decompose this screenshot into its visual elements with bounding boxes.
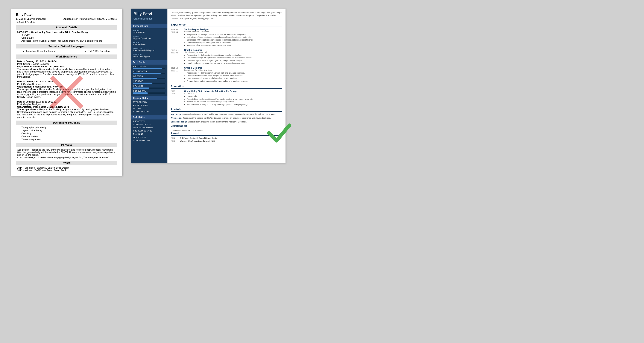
design-skill-item: PRINT DESIGN: [131, 104, 168, 107]
award-entries: 2014 3rd Place: Saatchi & Saatchi Logo D…: [171, 137, 282, 142]
soft-skill-item: LEADERSHIP: [131, 136, 168, 139]
left-contact-row: E-Mail: billypatvi@gmail.com Address: 13…: [16, 17, 117, 20]
exp-content: Senior Graphic Designer Senna Kenno Inc.…: [184, 28, 282, 47]
sidebar-title: Graphic Designer: [134, 17, 165, 20]
sidebar-name-block: Billy Patvi Graphic Designer: [131, 8, 168, 22]
skill-bar-item: PHOTOSHOP: [131, 64, 168, 69]
skill-bar-item: ILLUSTRATOR: [131, 69, 168, 74]
main-container: Billy Patvi E-Mail: billypatvi@gmail.com…: [11, 8, 311, 176]
list-item: Increased client transactions by an aver…: [187, 44, 282, 47]
list-item: 3,5 GPA: [22, 33, 116, 36]
experience-entry: 2013-01 -2015-02 Graphic Designer Shibul…: [171, 49, 282, 64]
soft-skill-item: COMMUNICATION: [131, 123, 168, 126]
work-header: Work Experience: [16, 54, 117, 59]
soft-skill-item: CREATIVITY: [131, 119, 168, 123]
list-item: Led a team of three designers to develop…: [187, 36, 282, 39]
bullet-list: Responsible for daily design in a prolif…: [187, 54, 282, 64]
company: Passalaqua Graphics, New York: [184, 69, 282, 71]
list-item: Time management: [22, 138, 116, 141]
list-item: Accepted into the Senior Scholar Program…: [187, 98, 254, 101]
skill-bar-item: INDESIGN: [131, 74, 168, 79]
soft-skills-list: CREATIVITYCOMMUNICATIONTIME MANAGEMENTPR…: [131, 119, 168, 142]
academic-content: 2005-2009 – Grand Valley State Universit…: [16, 31, 117, 42]
company: Senna Kenno Inc., New York: [184, 31, 282, 33]
skill-bar-label: HTML/CSS: [133, 85, 165, 87]
portfolio-text: Redesigned the website for BikeTripNow.c…: [182, 117, 271, 119]
award-year: 2011: [171, 140, 178, 142]
skill-bar-track: [133, 92, 165, 94]
soft-skill-item: PROBLEM SOLVING: [131, 129, 168, 132]
design-skills-list: TYPOGRAPHYPRINT DESIGNLAYOUTCOLOR THEORY: [131, 100, 168, 113]
experience-entries: 2015-03 -2017-04 Senior Graphic Designer…: [171, 28, 282, 83]
degree: Grand Valley State University, BA in Gra…: [184, 90, 254, 92]
design-list: Typography, print design Layout, color t…: [22, 126, 116, 141]
skill-bar-fill: [133, 68, 162, 69]
list-item: Frequently integrated photographic, typo…: [187, 80, 282, 83]
technical-header: Technical Skills & Languages: [16, 44, 117, 48]
twitter-item: Twitter twitter.com/billypatvi: [131, 52, 168, 58]
website-item: Website www.patvi.com: [131, 40, 168, 46]
portfolio-text: Created clean, engaging design layout fo…: [188, 121, 247, 123]
right-sidebar: Billy Patvi Graphic Designer Personal In…: [131, 8, 168, 163]
certification-section-title: Certification: [171, 124, 282, 128]
academic-header: Academic Details: [16, 25, 117, 29]
design-skills-header: Design Skills: [131, 96, 168, 100]
right-resume: Billy Patvi Graphic Designer Personal In…: [131, 8, 286, 163]
exp-date: 2015-03 -2017-04: [171, 28, 182, 47]
skill-bar-track: [133, 73, 165, 74]
skills-row: ● Photoshop, Illustrator, Acrobat ● HTML…: [16, 50, 117, 52]
education-entry: 2005 -2009 Grand Valley State University…: [171, 90, 282, 106]
design-skill-item: COLOR THEORY: [131, 110, 168, 113]
left-tel: Tel: 501-872-2516: [16, 20, 117, 23]
portfolio-item: App Design. Designed the flow of the Mea…: [171, 113, 282, 116]
tech-skills-bars: PHOTOSHOP ILLUSTRATOR INDESIGN ACROBAT H…: [131, 64, 168, 94]
portfolio-text: Designed the flow of the MealDecider App…: [182, 113, 276, 115]
company: Shibula Designs, New York: [184, 51, 282, 53]
skill-bar-item: ACROBAT: [131, 79, 168, 84]
bullet-list: Responsible for daily design in a small,…: [187, 72, 282, 82]
list-item: Created a high volume of layout, graphic…: [187, 59, 282, 62]
skill-bar-label: PHOTOSHOP: [133, 65, 165, 67]
soft-skills-header: Soft Skills: [131, 115, 168, 119]
portfolio-content: App design – designed the flow of the Me…: [16, 148, 117, 159]
skill-bar-label: ILLUSTRATOR: [133, 70, 165, 72]
award-text: 3rd Place: Saatchi & Saatchi Logo Design: [180, 137, 218, 139]
education-entries: 2005 -2009 Grand Valley State University…: [171, 90, 282, 106]
left-name: Billy Patvi: [16, 13, 117, 17]
portfolio-header: Portfolio: [16, 143, 117, 147]
sidebar-name: Billy Patvi: [134, 12, 165, 16]
list-item: Accepted into the Senior Scholar Program…: [22, 39, 116, 42]
award-year: 2014: [171, 137, 178, 139]
award-text: Winner: D&AD New Blood Award 2011: [180, 140, 215, 142]
design-skill-item: LAYOUT: [131, 107, 168, 110]
exp-date: 2013-01 -2015-02: [171, 49, 182, 64]
list-item: Cum Laude: [187, 95, 254, 98]
list-item: Responsible for daily production of a sm…: [187, 33, 282, 36]
linkedin-item: LinkedIn linkedin.com/in/billy-patvi: [131, 46, 168, 52]
bullet-list: GPA 3.5Cum LaudeAccepted into the Senior…: [187, 92, 254, 106]
design-header: Design and Soft Skills: [16, 121, 117, 125]
skill-bar-item: CORELDRAW: [131, 89, 168, 94]
skill-bar-item: HTML/CSS: [131, 84, 168, 89]
list-item: Typography, print design: [22, 126, 116, 129]
list-item: Contributed to a customer site that won …: [187, 62, 282, 65]
list-item: Cum Laude: [22, 36, 116, 39]
award-section-title: Award: [171, 132, 282, 136]
objective-text: Creative, hard working graphic designer …: [171, 11, 282, 21]
skill-bar-label: ACROBAT: [133, 80, 165, 82]
experience-entry: 2010-10 -2012-11 Graphic Designer Passal…: [171, 67, 282, 82]
design-skill-item: TYPOGRAPHY: [131, 100, 168, 104]
job-title: Senior Graphic Designer: [184, 28, 282, 31]
left-skills: ● Photoshop, Illustrator, Acrobat: [22, 50, 56, 52]
skill-bar-label: INDESIGN: [133, 75, 165, 77]
soft-skill-item: TIME MANAGEMENT: [131, 126, 168, 129]
left-resume: Billy Patvi E-Mail: billypatvi@gmail.com…: [11, 8, 122, 176]
award-content: 2014 – 3rd place : Saatchi & Saatchi Log…: [16, 166, 117, 172]
skill-bar-track: [133, 87, 165, 89]
tech-skills-header: Tech Skills: [131, 60, 168, 64]
skill-bar-fill: [133, 73, 160, 74]
soft-skill-item: PLANNING: [131, 132, 168, 136]
soft-skill-item: COLLABORATION: [131, 139, 168, 142]
list-item: Led team meetings for a project to incre…: [187, 56, 282, 59]
skill-bar-fill: [133, 83, 152, 84]
